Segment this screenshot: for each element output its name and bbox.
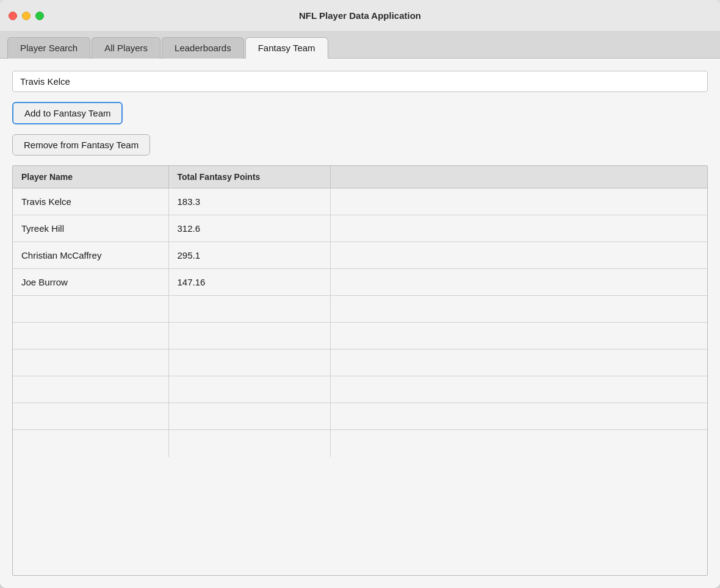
fantasy-points-cell bbox=[168, 376, 330, 403]
fantasy-points-cell: 295.1 bbox=[168, 242, 330, 269]
main-content: Add to Fantasy Team Remove from Fantasy … bbox=[0, 59, 720, 588]
player-name-cell: Travis Kelce bbox=[13, 188, 168, 215]
table-row bbox=[13, 430, 707, 457]
fantasy-points-cell bbox=[168, 430, 330, 457]
tab-all-players[interactable]: All Players bbox=[92, 37, 160, 59]
table-row bbox=[13, 296, 707, 323]
fantasy-points-cell: 183.3 bbox=[168, 188, 330, 215]
titlebar: NFL Player Data Application bbox=[0, 0, 720, 32]
tab-player-search[interactable]: Player Search bbox=[7, 37, 90, 59]
player-search-input[interactable] bbox=[12, 71, 708, 92]
remove-from-fantasy-team-button[interactable]: Remove from Fantasy Team bbox=[12, 134, 150, 156]
app-window: NFL Player Data Application Player Searc… bbox=[0, 0, 720, 588]
player-name-cell: Tyreek Hill bbox=[13, 215, 168, 242]
fantasy-team-table: Player Name Total Fantasy Points Travis … bbox=[13, 166, 707, 457]
close-button[interactable] bbox=[9, 12, 17, 20]
player-name-cell bbox=[13, 403, 168, 430]
table-row: Joe Burrow147.16 bbox=[13, 269, 707, 296]
player-name-cell: Joe Burrow bbox=[13, 269, 168, 296]
table-row: Christian McCaffrey295.1 bbox=[13, 242, 707, 269]
tabbar: Player Search All Players Leaderboards F… bbox=[0, 32, 720, 59]
table-row: Travis Kelce183.3 bbox=[13, 188, 707, 215]
fantasy-team-table-container: Player Name Total Fantasy Points Travis … bbox=[12, 165, 708, 576]
extra-cell bbox=[330, 188, 707, 215]
column-header-player-name: Player Name bbox=[13, 166, 168, 188]
fantasy-points-cell: 312.6 bbox=[168, 215, 330, 242]
extra-cell bbox=[330, 269, 707, 296]
player-name-cell bbox=[13, 350, 168, 376]
table-row bbox=[13, 403, 707, 430]
player-name-cell bbox=[13, 323, 168, 350]
tab-leaderboards[interactable]: Leaderboards bbox=[162, 37, 244, 59]
extra-cell bbox=[330, 350, 707, 376]
column-header-extra bbox=[330, 166, 707, 188]
table-row bbox=[13, 376, 707, 403]
fantasy-points-cell bbox=[168, 403, 330, 430]
traffic-lights bbox=[9, 12, 44, 20]
table-row: Tyreek Hill312.6 bbox=[13, 215, 707, 242]
player-name-cell bbox=[13, 430, 168, 457]
fantasy-points-cell bbox=[168, 350, 330, 376]
player-name-cell bbox=[13, 376, 168, 403]
player-name-cell bbox=[13, 296, 168, 323]
fantasy-points-cell bbox=[168, 296, 330, 323]
extra-cell bbox=[330, 296, 707, 323]
player-name-cell: Christian McCaffrey bbox=[13, 242, 168, 269]
minimize-button[interactable] bbox=[22, 12, 31, 20]
table-row bbox=[13, 350, 707, 376]
extra-cell bbox=[330, 215, 707, 242]
tab-fantasy-team[interactable]: Fantasy Team bbox=[245, 37, 328, 59]
extra-cell bbox=[330, 430, 707, 457]
maximize-button[interactable] bbox=[35, 12, 44, 20]
table-header-row: Player Name Total Fantasy Points bbox=[13, 166, 707, 188]
fantasy-points-cell bbox=[168, 323, 330, 350]
extra-cell bbox=[330, 403, 707, 430]
column-header-fantasy-points: Total Fantasy Points bbox=[168, 166, 330, 188]
add-to-fantasy-team-button[interactable]: Add to Fantasy Team bbox=[12, 102, 123, 124]
extra-cell bbox=[330, 376, 707, 403]
window-title: NFL Player Data Application bbox=[299, 10, 421, 21]
table-row bbox=[13, 323, 707, 350]
extra-cell bbox=[330, 242, 707, 269]
extra-cell bbox=[330, 323, 707, 350]
fantasy-points-cell: 147.16 bbox=[168, 269, 330, 296]
